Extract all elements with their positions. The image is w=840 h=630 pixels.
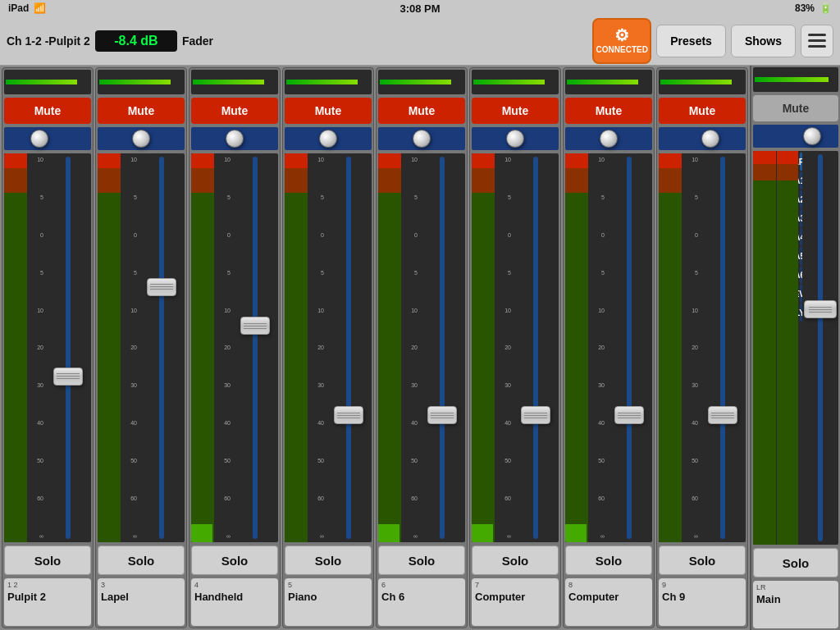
main-level-meter [753, 151, 776, 545]
fader-track-area-0 [45, 153, 91, 542]
solo-button-7[interactable]: Solo [659, 546, 746, 575]
vu-bar-5 [473, 80, 545, 84]
channel-label-2: 4 Handheld [191, 578, 278, 626]
gear-icon: ⚙ [614, 27, 629, 43]
pan-area-2 [191, 127, 278, 150]
mute-button-4[interactable]: Mute [378, 98, 465, 124]
pan-area-4 [378, 127, 465, 150]
hamburger-line-1 [808, 34, 826, 36]
channel-strip-7: Mute 10 5 0 5 10 20 30 40 50 60 [563, 67, 655, 628]
pan-knob-2[interactable] [226, 130, 244, 148]
level-meter-3 [285, 153, 308, 542]
main-solo-button[interactable]: Solo [753, 548, 838, 578]
mute-button-3[interactable]: Mute [285, 98, 372, 124]
fader-handle-2[interactable] [240, 317, 270, 335]
fader-scale-2: 10 5 0 5 10 20 30 40 50 60 ∞ [214, 153, 232, 542]
fader-handle-1[interactable] [147, 278, 176, 296]
main-channel-label: LR Main [753, 581, 838, 628]
solo-button-6[interactable]: Solo [565, 546, 652, 575]
channel-name-3: Piano [288, 591, 368, 604]
main-fader-handle[interactable] [804, 300, 837, 318]
pan-knob-4[interactable] [413, 130, 431, 148]
fader-line-2 [809, 309, 832, 310]
shows-button[interactable]: Shows [731, 25, 796, 57]
solo-button-4[interactable]: Solo [378, 546, 465, 575]
fader-handle-0[interactable] [53, 368, 83, 386]
fader-handle-7[interactable] [708, 406, 737, 424]
channel-number-2: 4 [194, 582, 275, 589]
pan-knob-6[interactable] [600, 130, 618, 148]
pan-area-3 [285, 127, 372, 150]
mute-button-0[interactable]: Mute [4, 98, 91, 124]
channel-strip-1: Mute 10 5 0 5 10 20 30 40 50 60 [2, 67, 94, 628]
menu-button[interactable] [801, 25, 833, 57]
fader-handle-3[interactable] [334, 406, 363, 424]
channel-label-3: 5 Piano [285, 578, 372, 626]
main-fader-track [818, 154, 823, 541]
vu-meter-5 [472, 70, 559, 94]
fader-track-area-3 [326, 153, 372, 542]
solo-button-2[interactable]: Solo [191, 546, 278, 575]
fader-track-4 [440, 157, 445, 539]
fader-track-area-4 [419, 153, 465, 542]
fader-track-6 [627, 157, 632, 539]
fader-line-3 [809, 312, 832, 313]
status-right: 83% 🔋 [795, 2, 832, 14]
channel-number-0: 1 2 [7, 582, 88, 589]
mute-button-7[interactable]: Mute [659, 98, 746, 124]
solo-button-0[interactable]: Solo [4, 546, 91, 575]
main-vu-bar [755, 77, 829, 82]
channel-strip-4: Mute 10 5 0 5 10 20 30 40 50 60 [282, 67, 374, 628]
channel-name-5: Computer [475, 591, 555, 604]
pan-area-1 [98, 127, 185, 150]
solo-button-5[interactable]: Solo [472, 546, 559, 575]
pan-knob-0[interactable] [30, 130, 48, 148]
channel-label-0: 1 2 Pulpit 2 [4, 578, 91, 626]
mute-button-1[interactable]: Mute [98, 98, 185, 124]
status-left: iPad 📶 [8, 2, 46, 14]
channel-info: Ch 1-2 -Pulpit 2 -8.4 dB Fader [7, 30, 587, 52]
fader-track-area-7 [700, 153, 746, 542]
pan-knob-5[interactable] [506, 130, 524, 148]
right-panel: Mute LRA1A2A3A4A5A6REVDLY [750, 66, 840, 630]
fader-handle-6[interactable] [614, 406, 644, 424]
pan-knob-7[interactable] [701, 130, 719, 148]
connected-label: CONNECTED [596, 45, 648, 54]
vu-bar-0 [6, 80, 77, 84]
solo-button-1[interactable]: Solo [98, 546, 185, 575]
main-pan-area [753, 125, 838, 148]
main-meter-orange [753, 164, 776, 180]
fader-handle-4[interactable] [427, 406, 457, 424]
main-meter-red [753, 151, 776, 164]
pan-area-7 [659, 127, 746, 150]
pan-area-0 [4, 127, 91, 150]
fader-handle-5[interactable] [521, 406, 550, 424]
level-meter-0 [4, 153, 27, 542]
channels-container: Mute 10 5 0 5 10 20 30 40 50 60 [0, 66, 750, 630]
fader-area-1: 10 5 0 5 10 20 30 40 50 60 ∞ [98, 153, 185, 542]
mute-button-5[interactable]: Mute [472, 98, 559, 124]
mute-button-2[interactable]: Mute [191, 98, 278, 124]
pan-knob-1[interactable] [132, 130, 150, 148]
presets-button[interactable]: Presets [656, 25, 726, 57]
fader-line-1 [809, 307, 832, 308]
pan-knob-3[interactable] [319, 130, 337, 148]
fader-track-7 [720, 157, 725, 539]
wifi-icon: 📶 [34, 2, 46, 14]
fader-track-0 [66, 157, 71, 539]
fader-track-2 [253, 157, 258, 539]
main-mute-button[interactable]: Mute [753, 95, 838, 121]
fader-area-4: 10 5 0 5 10 20 30 40 50 60 ∞ [378, 153, 465, 542]
fader-scale-0: 10 5 0 5 10 20 30 40 50 60 ∞ [27, 153, 45, 542]
vu-bar-4 [380, 80, 451, 84]
channel-name-4: Ch 6 [381, 591, 462, 604]
fader-scale-1: 10 5 0 5 10 20 30 40 50 60 ∞ [121, 153, 139, 542]
battery-label: 83% [795, 2, 815, 14]
mute-button-6[interactable]: Mute [565, 98, 652, 124]
solo-button-3[interactable]: Solo [285, 546, 372, 575]
connected-button[interactable]: ⚙ CONNECTED [592, 18, 651, 64]
vu-bar-7 [660, 80, 732, 84]
main-pan-knob[interactable] [803, 127, 821, 145]
fader-track-5 [533, 157, 538, 539]
hamburger-line-2 [808, 39, 826, 42]
